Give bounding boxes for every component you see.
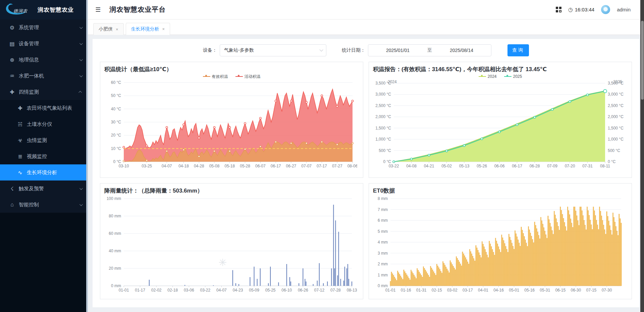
svg-text:500 °C: 500 °C <box>379 148 391 153</box>
accumulated-temp-report-chart[interactable]: 0 °C0 °C500 °C500 °C1,000 °C1,000 °C1,50… <box>373 80 626 171</box>
username[interactable]: admin <box>617 7 631 12</box>
svg-text:02-02: 02-02 <box>151 288 162 293</box>
alert-icon: ☇ <box>8 186 16 192</box>
sidebar-item-system-management[interactable]: ⚙ 系统管理 <box>0 19 88 36</box>
chevron-down-icon <box>319 48 323 51</box>
legend-item-2024[interactable]: 2024 <box>479 74 497 79</box>
sidebar-scrollbar[interactable] <box>86 0 88 312</box>
svg-text:04-07: 04-07 <box>162 164 172 168</box>
sidebar-item-label: 水肥一体机 <box>19 73 44 79</box>
query-button[interactable]: 查询 <box>507 44 529 56</box>
svg-text:0 °C: 0 °C <box>608 159 616 164</box>
sidebar-item-label: 设备管理 <box>19 41 39 47</box>
chart-title: ET0数据 <box>373 187 628 195</box>
svg-text:05-31: 05-31 <box>540 288 550 293</box>
page-title: 润农智慧农业平台 <box>109 5 166 14</box>
legend-item-2025[interactable]: 2025 <box>504 74 522 79</box>
menu-fold-icon[interactable]: ☰ <box>95 6 101 13</box>
tab-xiaofeixia[interactable]: 小肥侠 × <box>93 23 124 35</box>
rainfall-chart[interactable]: 0 mm20 mm40 mm60 mm80 mm100 mm01-0101-17… <box>104 196 357 295</box>
chevron-down-icon <box>79 25 83 29</box>
legend-item-有效积温[interactable]: 有效积温 <box>203 74 228 80</box>
svg-text:01-31: 01-31 <box>416 288 427 293</box>
rainfall-chart-card: 降雨量统计：（总降雨量：503.6mm） 0 mm20 mm40 mm60 mm… <box>100 183 363 299</box>
chart-title: 积温报告：(有效积温：3146.55℃)，今年积温相比去年低了 13.45℃ <box>373 65 628 73</box>
svg-text:08-06: 08-06 <box>347 164 357 168</box>
svg-text:03-06: 03-06 <box>184 288 194 293</box>
sidebar-item-trigger-warning[interactable]: ☇ 触发及预警 <box>0 180 88 197</box>
date-start[interactable]: 2025/01/01 <box>386 48 410 53</box>
device-select[interactable]: 气象站-多参数 <box>220 44 326 56</box>
clock-widget: ◷ 16:03:44 <box>568 6 594 13</box>
svg-text:20 mm: 20 mm <box>109 266 121 271</box>
legend-label: 活动积温 <box>245 74 261 80</box>
page-scrollbar[interactable] <box>640 0 644 312</box>
page-scrollbar-thumb[interactable] <box>641 21 644 100</box>
et0-chart-card: ET0数据 0 mm1 mm2 mm3 mm4 mm5 mm6 mm7 mm8 … <box>369 183 632 299</box>
svg-text:100 mm: 100 mm <box>107 196 121 201</box>
sidebar-item-smart-control[interactable]: ⌂ 智能控制 <box>0 197 88 213</box>
legend-marker-icon <box>479 76 486 77</box>
chevron-up-icon <box>78 91 82 94</box>
logo-brand-text: 润农智慧农业 <box>38 6 74 14</box>
sidebar-subitem-soil-moisture[interactable]: ☵ 土壤水分仪 <box>0 116 88 132</box>
close-icon[interactable]: × <box>116 27 118 32</box>
axis-name-2025: 2025 <box>613 80 622 84</box>
sidebar-item-four-conditions[interactable]: ✚ 四情监测 <box>0 84 88 100</box>
device-icon: ▤ <box>8 41 16 47</box>
svg-text:4 mm: 4 mm <box>378 240 388 245</box>
svg-text:07-28: 07-28 <box>330 288 341 293</box>
sidebar-subitem-pest-monitoring[interactable]: ☣ 虫情监测 <box>0 132 88 148</box>
apps-grid-icon[interactable] <box>556 7 561 12</box>
sidebar-subitem-growth-environment-analysis[interactable]: ∿ 生长环境分析 <box>0 164 88 180</box>
svg-text:05-09: 05-09 <box>249 288 259 293</box>
sidebar-subitem-video-monitoring[interactable]: ≣ 视频监控 <box>0 148 88 164</box>
sidebar-subitem-weather-station-list[interactable]: ✚ 农田环境气象站列表 <box>0 100 88 116</box>
svg-text:30 °C: 30 °C <box>111 120 121 124</box>
date-separator: 至 <box>427 47 432 53</box>
svg-text:05-13: 05-13 <box>459 164 470 168</box>
svg-text:2,000 °C: 2,000 °C <box>608 114 624 119</box>
sidebar-item-geographic-info[interactable]: ⊕ 地理信息 <box>0 52 88 68</box>
svg-text:04-07: 04-07 <box>216 288 227 293</box>
et0-chart[interactable]: 0 mm1 mm2 mm3 mm4 mm5 mm6 mm7 mm8 mm01-0… <box>373 196 626 295</box>
svg-text:3,000 °C: 3,000 °C <box>375 92 391 97</box>
legend-marker-icon <box>203 76 210 77</box>
sidebar-item-label: 四情监测 <box>19 89 39 95</box>
date-range-picker[interactable]: 2025/01/01 至 2025/08/14 <box>368 44 491 56</box>
legend-item-活动积温[interactable]: 活动积温 <box>235 74 261 80</box>
svg-text:0 mm: 0 mm <box>378 283 388 288</box>
svg-text:05-18: 05-18 <box>224 164 235 168</box>
sidebar-item-device-management[interactable]: ▤ 设备管理 <box>0 36 88 52</box>
chart-legend: 有效积温活动积温 <box>104 73 359 80</box>
accumulated-temp-chart[interactable]: 0 °C10 °C20 °C30 °C40 °C50 °C60 °C03-100… <box>104 80 357 171</box>
svg-text:05-02: 05-02 <box>441 164 452 168</box>
chevron-down-icon <box>79 42 83 45</box>
date-end[interactable]: 2025/08/14 <box>450 48 473 53</box>
svg-text:40 mm: 40 mm <box>109 249 121 253</box>
close-icon[interactable]: × <box>162 27 165 32</box>
svg-text:05-25: 05-25 <box>265 288 276 293</box>
app-logo: 德润农 润农智慧农业 <box>0 0 88 19</box>
svg-text:07-27: 07-27 <box>332 164 342 168</box>
svg-text:06-30: 06-30 <box>571 288 581 293</box>
filter-form: 设备： 气象站-多参数 统计日期： 2025/01/01 至 2025/08/1… <box>100 44 632 56</box>
four-conditions-submenu: ✚ 农田环境气象站列表 ☵ 土壤水分仪 ☣ 虫情监测 ≣ 视频监控 <box>0 100 88 180</box>
svg-text:03-17: 03-17 <box>463 288 473 293</box>
svg-text:05-16: 05-16 <box>524 288 535 293</box>
sidebar-menu: ⚙ 系统管理 ▤ 设备管理 ⊕ 地理信息 ♒ 水肥一体机 <box>0 19 88 213</box>
sidebar-item-water-fertilizer[interactable]: ♒ 水肥一体机 <box>0 68 88 84</box>
current-time: 16:03:44 <box>575 7 594 12</box>
svg-text:6 mm: 6 mm <box>378 218 388 223</box>
svg-text:01-16: 01-16 <box>401 288 411 293</box>
svg-text:1,500 °C: 1,500 °C <box>375 126 391 131</box>
svg-text:50 °C: 50 °C <box>111 93 121 98</box>
avatar[interactable] <box>601 5 610 14</box>
tab-label: 生长环境分析 <box>131 26 159 32</box>
logo-small-text: 德润农 <box>13 8 28 14</box>
svg-text:07-30: 07-30 <box>602 288 612 293</box>
svg-text:05-26: 05-26 <box>477 164 487 168</box>
svg-text:80 mm: 80 mm <box>109 214 121 218</box>
tab-growth-environment-analysis[interactable]: 生长环境分析 × <box>126 23 170 35</box>
svg-text:02-15: 02-15 <box>432 288 442 293</box>
